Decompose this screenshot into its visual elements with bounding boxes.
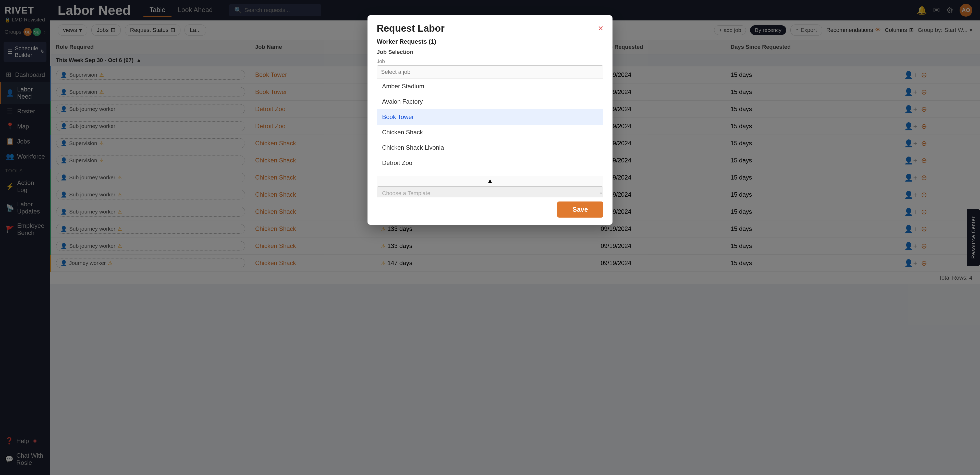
job-option[interactable]: Detroit Zoo [377,155,603,171]
dropdown-scroll-arrow: ▲ [377,176,603,186]
modal-title: Request Labor [377,23,445,34]
job-select-container: Amber StadiumAvalon FactoryBook TowerChi… [377,65,603,186]
modal-footer: Save [368,198,612,225]
job-option[interactable]: Infusion Center [377,171,603,176]
modal-overlay: Request Labor × Worker Requests (1) Job … [0,0,980,475]
job-field-label: Job [377,59,603,64]
modal-header: Request Labor × [368,15,612,38]
job-dropdown-list: Amber StadiumAvalon FactoryBook TowerChi… [377,79,603,176]
job-selection-label: Job Selection [377,49,603,56]
template-select[interactable]: Choose a Template [377,186,603,198]
modal-body: Worker Requests (1) Job Selection Job Am… [368,38,612,198]
job-search-input[interactable] [377,65,603,79]
scroll-down-arrow-icon: ▲ [487,177,493,185]
job-option[interactable]: Avalon Factory [377,94,603,109]
save-button[interactable]: Save [557,201,603,218]
job-option[interactable]: Chicken Shack [377,124,603,140]
job-option[interactable]: Amber Stadium [377,79,603,94]
job-option[interactable]: Chicken Shack Livonia [377,140,603,155]
worker-requests-label: Worker Requests (1) [377,38,603,45]
modal-close-button[interactable]: × [598,23,603,34]
job-option[interactable]: Book Tower [377,109,603,124]
request-labor-modal: Request Labor × Worker Requests (1) Job … [368,15,612,225]
